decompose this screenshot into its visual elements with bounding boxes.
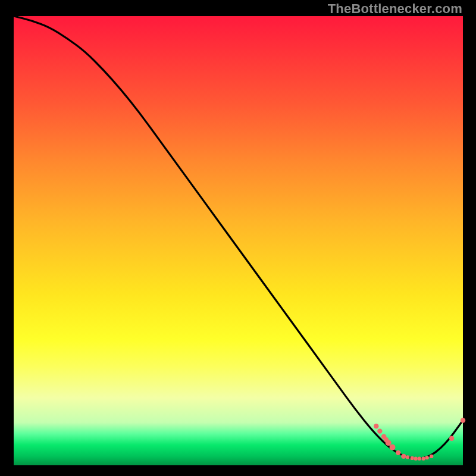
curve-path bbox=[14, 16, 463, 459]
data-marker bbox=[430, 455, 433, 458]
data-marker bbox=[386, 440, 392, 446]
data-marker bbox=[406, 455, 409, 459]
data-marker bbox=[377, 428, 382, 433]
data-marker bbox=[374, 424, 378, 428]
data-marker bbox=[418, 456, 421, 460]
data-marker bbox=[414, 456, 418, 460]
data-marker bbox=[461, 418, 465, 422]
data-marker bbox=[396, 450, 400, 455]
attribution-text: TheBottlenecker.com bbox=[328, 1, 462, 17]
bottleneck-curve bbox=[0, 0, 476, 476]
chart-stage: TheBottlenecker.com bbox=[0, 0, 476, 476]
data-marker bbox=[410, 456, 414, 460]
data-marker bbox=[389, 444, 395, 450]
data-marker bbox=[425, 456, 428, 459]
data-marker bbox=[401, 454, 406, 459]
data-marker bbox=[449, 436, 454, 441]
data-marker bbox=[421, 456, 425, 460]
